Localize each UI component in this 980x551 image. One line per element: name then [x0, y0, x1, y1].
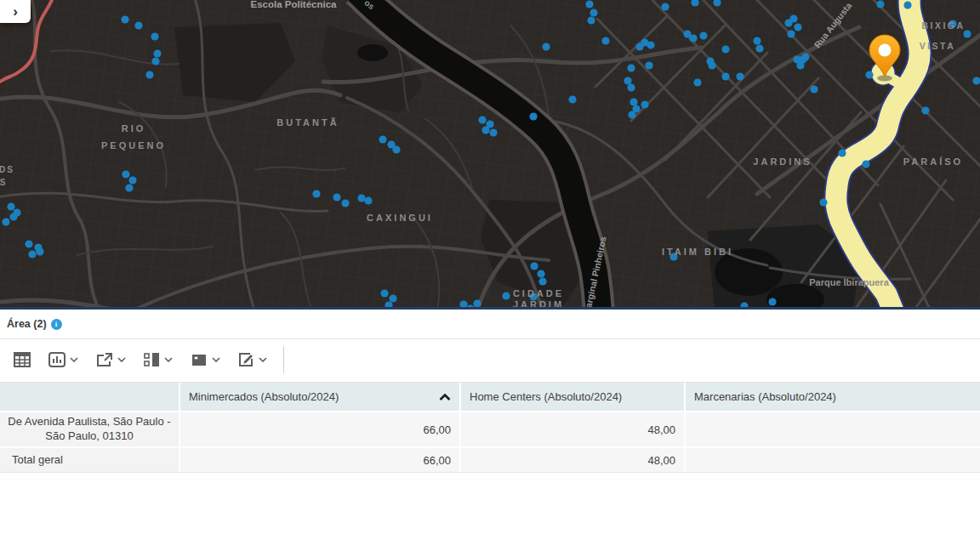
poi-dot[interactable]	[122, 170, 129, 178]
poi-dot[interactable]	[630, 98, 637, 105]
poi-dot[interactable]	[151, 57, 159, 65]
poi-dot[interactable]	[151, 32, 158, 40]
poi-dot[interactable]	[787, 30, 795, 37]
poi-dot[interactable]	[312, 190, 320, 197]
expand-panel-button[interactable]: ›	[0, 0, 31, 23]
poi-dot[interactable]	[789, 14, 797, 22]
poi-dot[interactable]	[125, 184, 133, 191]
map-label: VISTA	[920, 41, 956, 51]
poi-dot[interactable]	[819, 198, 827, 206]
row-label: De Avenida Paulista, São Paulo - São Pau…	[0, 412, 179, 446]
poi-dot[interactable]	[647, 41, 654, 48]
map-label: Escola Politécnica	[251, 0, 338, 9]
poi-dot[interactable]	[590, 9, 597, 16]
poi-dot[interactable]	[481, 126, 489, 133]
poi-dot[interactable]	[357, 194, 365, 202]
chart-view-button[interactable]	[43, 349, 83, 371]
poi-dot[interactable]	[794, 23, 801, 31]
table-view-button[interactable]	[9, 349, 36, 371]
chevron-down-icon	[117, 357, 126, 362]
poi-dot[interactable]	[13, 208, 20, 216]
poi-dot[interactable]	[753, 37, 761, 44]
poi-dot[interactable]	[538, 277, 546, 285]
cell-value: 66,00	[180, 412, 459, 446]
poi-dot[interactable]	[28, 250, 36, 258]
column-header-home-centers[interactable]: Home Centers (Absoluto/2024)	[461, 383, 684, 411]
poi-dot[interactable]	[838, 149, 846, 156]
poi-dot[interactable]	[478, 116, 486, 123]
poi-dot[interactable]	[768, 298, 776, 305]
poi-dot[interactable]	[585, 0, 593, 8]
poi-dot[interactable]	[587, 16, 595, 24]
column-header-empty	[0, 383, 179, 411]
poi-dot[interactable]	[36, 247, 43, 255]
poi-dot[interactable]	[736, 72, 744, 80]
poi-dot[interactable]	[810, 85, 818, 93]
poi-dot[interactable]	[693, 78, 701, 86]
map-label: DS	[0, 165, 14, 174]
export-button[interactable]	[91, 349, 131, 371]
poi-dot[interactable]	[489, 128, 497, 136]
column-label: Home Centers (Absoluto/2024)	[470, 390, 622, 403]
sort-ascending-icon[interactable]	[439, 394, 451, 400]
poi-dot[interactable]	[865, 71, 873, 78]
poi-dot[interactable]	[624, 77, 631, 84]
poi-dot[interactable]	[121, 15, 128, 23]
poi-dot[interactable]	[689, 34, 697, 42]
poi-dot[interactable]	[537, 270, 544, 277]
poi-dot[interactable]	[963, 30, 971, 37]
cell-value	[686, 412, 980, 446]
map-label: CIDADE	[513, 288, 564, 298]
poi-dot[interactable]	[755, 44, 763, 52]
poi-dot[interactable]	[627, 83, 635, 91]
poi-dot[interactable]	[921, 106, 929, 114]
poi-dot[interactable]	[2, 218, 9, 225]
poi-dot[interactable]	[341, 199, 349, 207]
poi-dot[interactable]	[379, 135, 386, 143]
poi-dot[interactable]	[380, 289, 388, 297]
poi-dot[interactable]	[645, 61, 652, 69]
info-icon[interactable]: i	[51, 319, 62, 330]
map-svg: Escola PolitécnicaosRIOPEQUENOBUTANTÃCAX…	[0, 0, 980, 307]
poi-dot[interactable]	[529, 112, 537, 120]
poi-dot[interactable]	[364, 196, 372, 204]
poi-dot[interactable]	[876, 0, 884, 8]
poi-dot[interactable]	[601, 37, 609, 44]
map-label: PEQUENO	[101, 140, 166, 151]
poi-dot[interactable]	[903, 1, 911, 9]
poi-dot[interactable]	[134, 21, 142, 29]
poi-dot[interactable]	[568, 95, 576, 103]
poi-dot[interactable]	[333, 193, 340, 201]
map-canvas[interactable]: Escola PolitécnicaosRIOPEQUENOBUTANTÃCAX…	[0, 0, 980, 310]
poi-dot[interactable]	[628, 111, 635, 118]
poi-dot[interactable]	[502, 292, 510, 299]
poi-dot[interactable]	[128, 176, 136, 184]
poi-dot[interactable]	[145, 71, 153, 78]
poi-dot[interactable]	[641, 100, 648, 108]
poi-dot[interactable]	[627, 64, 635, 71]
poi-dot[interactable]	[721, 45, 729, 53]
map-label: S	[0, 178, 7, 187]
poi-dot[interactable]	[7, 202, 14, 210]
report-page-button[interactable]	[185, 349, 225, 371]
poi-dot[interactable]	[799, 55, 806, 63]
layout-slicer-button[interactable]	[139, 349, 178, 371]
poi-dot[interactable]	[862, 160, 869, 168]
poi-dot[interactable]	[699, 31, 707, 39]
column-header-marcenarias[interactable]: Marcenarias (Absoluto/2024)	[686, 383, 980, 411]
chart-view-icon	[48, 352, 66, 367]
edit-button[interactable]	[233, 349, 272, 371]
poi-dot[interactable]	[721, 72, 729, 80]
chevron-down-icon	[212, 357, 220, 362]
poi-dot[interactable]	[153, 49, 161, 57]
poi-dot[interactable]	[661, 3, 669, 10]
poi-dot[interactable]	[708, 61, 715, 69]
map-label: RIO	[122, 123, 146, 133]
poi-dot[interactable]	[392, 145, 400, 153]
map-label: JARDIM	[513, 299, 564, 307]
poi-dot[interactable]	[530, 262, 538, 270]
poi-dot[interactable]	[542, 43, 550, 50]
poi-dot[interactable]	[389, 294, 396, 302]
column-header-minimercados[interactable]: Minimercados (Absoluto/2024)	[180, 383, 459, 411]
poi-dot[interactable]	[25, 240, 32, 247]
